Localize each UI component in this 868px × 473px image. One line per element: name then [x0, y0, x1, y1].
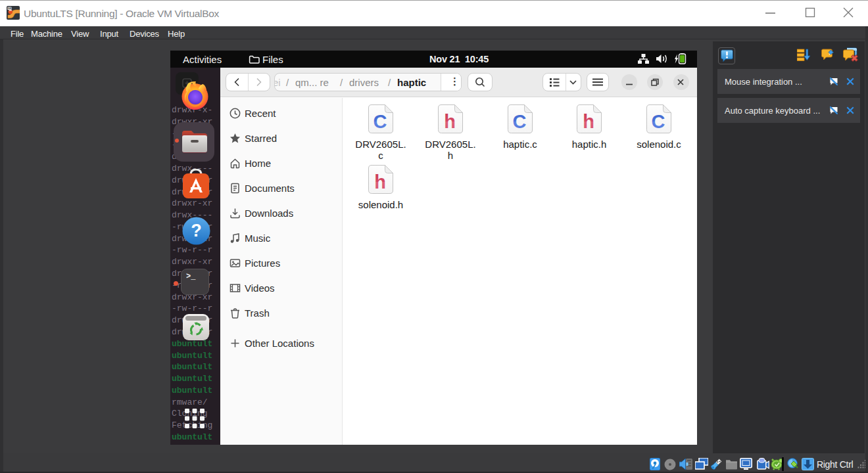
svg-text:64: 64 [8, 7, 11, 10]
svg-text:?: ? [191, 221, 202, 240]
